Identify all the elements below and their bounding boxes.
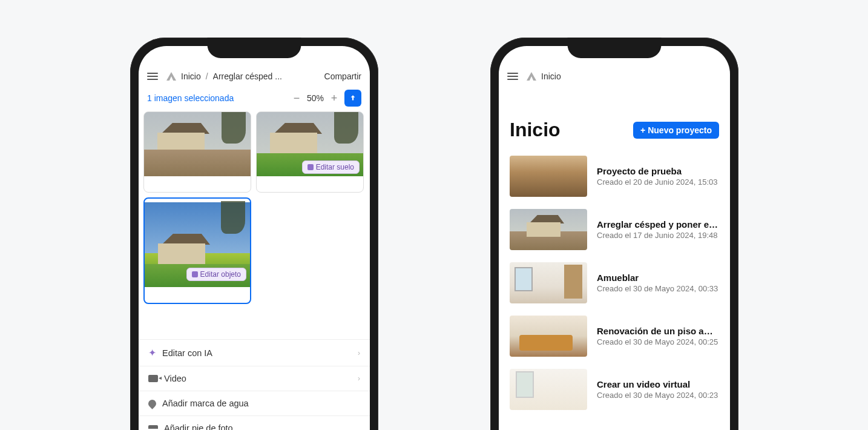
project-thumbnail bbox=[510, 209, 587, 250]
project-meta: Proyecto de prueba Creado el 20 de Junio… bbox=[597, 166, 719, 187]
menu-icon[interactable] bbox=[507, 73, 518, 80]
thumbnail bbox=[144, 112, 251, 176]
actions-panel: ✦ Editar con IA › Video › Añadir marca d… bbox=[139, 339, 370, 430]
chevron-right-icon: › bbox=[358, 374, 360, 383]
zoom-value: 50% bbox=[307, 93, 324, 103]
action-watermark[interactable]: Añadir marca de agua bbox=[139, 391, 370, 416]
breadcrumb-separator: / bbox=[206, 71, 208, 81]
project-title: Amueblar bbox=[597, 273, 719, 283]
action-video[interactable]: Video › bbox=[139, 366, 370, 391]
chevron-right-icon: › bbox=[358, 349, 360, 357]
edit-badge[interactable]: Editar objeto bbox=[186, 268, 246, 281]
sparkle-icon bbox=[192, 271, 198, 277]
project-title: Arreglar césped y poner el cie.. bbox=[597, 219, 719, 230]
notch bbox=[208, 38, 301, 58]
selection-count: 1 imagen seleccionada bbox=[147, 93, 286, 103]
zoom-out-button[interactable]: − bbox=[291, 92, 302, 105]
image-grid: Editar suelo Editar objeto bbox=[139, 111, 370, 304]
video-icon bbox=[148, 375, 158, 382]
project-thumbnail bbox=[510, 369, 587, 410]
app-logo-icon bbox=[166, 72, 176, 81]
notch bbox=[568, 38, 662, 58]
project-date: Creado el 30 de Mayo 2024, 00:25 bbox=[597, 337, 719, 346]
upload-button[interactable] bbox=[344, 90, 361, 107]
caption-icon bbox=[148, 425, 158, 430]
breadcrumb-current[interactable]: Arreglar césped ... bbox=[213, 71, 282, 81]
top-bar: Inicio bbox=[499, 68, 730, 85]
droplet-icon bbox=[146, 398, 157, 409]
project-meta: Arreglar césped y poner el cie.. Creado … bbox=[597, 219, 719, 240]
menu-icon[interactable] bbox=[147, 73, 158, 80]
screen-left: Inicio / Arreglar césped ... Compartir 1… bbox=[139, 46, 370, 430]
image-card[interactable]: Editar suelo bbox=[256, 111, 364, 193]
project-thumbnail bbox=[510, 156, 587, 197]
project-item[interactable]: Crear un video virtual Creado el 30 de M… bbox=[499, 363, 730, 416]
toolbar: 1 imagen seleccionada − 50% + bbox=[139, 85, 370, 111]
breadcrumb-home[interactable]: Inicio bbox=[181, 71, 201, 81]
project-thumbnail bbox=[510, 262, 587, 303]
plus-icon: + bbox=[640, 125, 645, 135]
badge-label: Editar objeto bbox=[200, 270, 241, 279]
page-title: Inicio bbox=[510, 119, 561, 141]
hero: Inicio + Nuevo proyecto bbox=[499, 85, 730, 150]
action-label: Añadir pie de foto bbox=[164, 423, 233, 430]
edit-badge[interactable]: Editar suelo bbox=[302, 160, 360, 174]
sparkle-icon: ✦ bbox=[148, 347, 156, 359]
project-date: Creado el 30 de Mayo 2024, 00:23 bbox=[597, 391, 719, 400]
project-item[interactable]: Renovación de un piso amueb.. Creado el … bbox=[499, 309, 730, 363]
project-title: Crear un video virtual bbox=[597, 379, 719, 389]
project-meta: Renovación de un piso amueb.. Creado el … bbox=[597, 326, 719, 346]
screen-right: Inicio Inicio + Nuevo proyecto Proyecto … bbox=[499, 46, 730, 430]
project-date: Creado el 20 de Junio 2024, 15:03 bbox=[597, 177, 719, 187]
action-caption[interactable]: Añadir pie de foto bbox=[139, 416, 370, 430]
action-label: Video bbox=[164, 374, 186, 383]
sparkle-icon bbox=[307, 164, 314, 170]
button-label: Nuevo proyecto bbox=[648, 125, 712, 135]
app-logo-icon bbox=[527, 72, 536, 81]
phone-left: Inicio / Arreglar césped ... Compartir 1… bbox=[130, 38, 378, 430]
action-edit-ai[interactable]: ✦ Editar con IA › bbox=[139, 340, 370, 366]
project-item[interactable]: Proyecto de prueba Creado el 20 de Junio… bbox=[499, 150, 730, 203]
breadcrumb-home[interactable]: Inicio bbox=[541, 71, 561, 81]
phone-right: Inicio Inicio + Nuevo proyecto Proyecto … bbox=[490, 38, 738, 430]
project-title: Proyecto de prueba bbox=[597, 166, 719, 176]
project-thumbnail bbox=[510, 316, 587, 357]
project-item[interactable]: Arreglar césped y poner el cie.. Creado … bbox=[499, 203, 730, 256]
upload-icon bbox=[349, 94, 357, 102]
project-list: Proyecto de prueba Creado el 20 de Junio… bbox=[499, 150, 730, 416]
badge-label: Editar suelo bbox=[316, 163, 354, 171]
action-label: Añadir marca de agua bbox=[162, 399, 249, 408]
project-date: Creado el 30 de Mayo 2024, 00:33 bbox=[597, 284, 719, 293]
image-card-selected[interactable]: Editar objeto bbox=[143, 197, 251, 304]
zoom-in-button[interactable]: + bbox=[329, 92, 340, 105]
project-meta: Crear un video virtual Creado el 30 de M… bbox=[597, 379, 719, 400]
action-label: Editar con IA bbox=[162, 348, 212, 358]
project-item[interactable]: Amueblar Creado el 30 de Mayo 2024, 00:3… bbox=[499, 256, 730, 309]
share-button[interactable]: Compartir bbox=[324, 71, 361, 81]
image-card[interactable] bbox=[143, 111, 251, 193]
new-project-button[interactable]: + Nuevo proyecto bbox=[633, 122, 719, 139]
project-date: Creado el 17 de Junio 2024, 19:48 bbox=[597, 231, 719, 240]
top-bar: Inicio / Arreglar césped ... Compartir bbox=[139, 68, 370, 85]
project-title: Renovación de un piso amueb.. bbox=[597, 326, 719, 336]
project-meta: Amueblar Creado el 30 de Mayo 2024, 00:3… bbox=[597, 273, 719, 293]
